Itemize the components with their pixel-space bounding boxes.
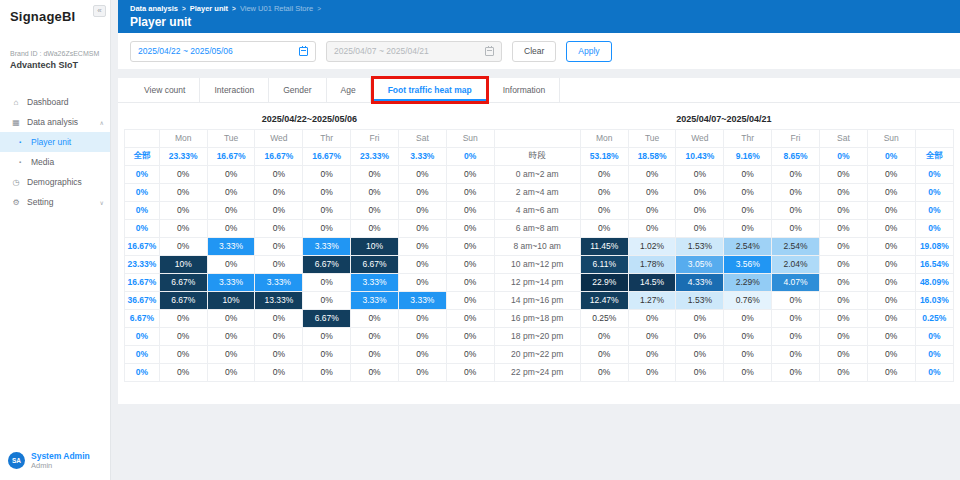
heatmap-cell: 0% [303,183,351,201]
heatmap-cell: 0% [255,219,303,237]
row-total-left: 0% [125,201,160,219]
tab-interaction[interactable]: Interaction [200,78,269,102]
heatmap-table-wrap: 2025/04/22~2025/05/062025/04/07~2025/04/… [118,103,960,382]
sidebar-item-demographics[interactable]: ◷Demographics [0,172,110,192]
breadcrumb-item-data-analysis[interactable]: Data analysis [130,4,178,13]
heatmap-cell: 0% [580,201,628,219]
calendar-icon [485,47,494,56]
time-slot-label: 22 pm~24 pm [494,363,580,381]
sidebar-item-setting[interactable]: ⚙Setting∨ [0,192,110,212]
sidebar-item-label: Demographics [27,177,82,187]
day-total-left: 0% [446,147,494,165]
home-icon: ⌂ [10,98,22,107]
chevron-down-icon: ∨ [100,199,104,206]
heatmap-cell: 0% [867,327,915,345]
heatmap-cell: 0% [676,201,724,219]
row-total-right: 0% [915,327,953,345]
heatmap-cell: 0% [303,345,351,363]
heatmap-cell: 0% [398,201,446,219]
apply-button[interactable]: Apply [566,41,611,62]
clear-button[interactable]: Clear [512,41,556,62]
heatmap-cell: 3.33% [207,273,255,291]
row-total-right: 0% [915,201,953,219]
heatmap-cell: 0% [303,201,351,219]
heatmap-cell: 0% [819,219,867,237]
heatmap-cell: 0% [867,219,915,237]
heatmap-cell: 22.9% [580,273,628,291]
heatmap-cell: 0% [446,309,494,327]
heatmap-cell: 0% [159,165,207,183]
heatmap-cell: 0% [724,201,772,219]
heatmap-cell: 0.25% [580,309,628,327]
heatmap-cell: 0% [255,165,303,183]
heatmap-cell: 0% [724,309,772,327]
date-range-2-value: 2025/04/07 ~ 2025/04/21 [334,46,429,56]
heatmap-cell: 0% [398,255,446,273]
heatmap-cell: 0% [446,237,494,255]
heatmap-cell: 0% [446,201,494,219]
heatmap-cell: 0% [159,201,207,219]
heatmap-cell: 0% [867,363,915,381]
day-header-left-mon: Mon [159,129,207,147]
day-total-right: 0% [867,147,915,165]
day-header-left-thr: Thr [303,129,351,147]
heatmap-cell: 0% [867,237,915,255]
bullet-icon: ▪ [14,139,26,145]
time-slot-label: 10 am~12 pm [494,255,580,273]
heatmap-cell: 1.78% [628,255,676,273]
heatmap-cell: 6.67% [159,291,207,309]
heatmap-cell: 0% [580,363,628,381]
heatmap-cell: 0% [351,363,399,381]
heatmap-cell: 0% [207,201,255,219]
user-profile[interactable]: SA System Admin Admin [0,451,110,470]
day-header-right-fri: Fri [772,129,820,147]
heatmap-cell: 0% [255,327,303,345]
tab-gender[interactable]: Gender [269,78,326,102]
row-total-left: 0% [125,219,160,237]
heatmap-cell: 0% [159,363,207,381]
day-total-left: 16.67% [207,147,255,165]
heatmap-cell: 0% [351,201,399,219]
tab-age[interactable]: Age [327,78,371,102]
heatmap-cell: 0% [580,219,628,237]
heatmap-cell: 0% [819,327,867,345]
heatmap-cell: 0% [446,165,494,183]
tab-view-count[interactable]: View count [130,78,200,102]
heatmap-cell: 0% [772,363,820,381]
heatmap-cell: 1.27% [628,291,676,309]
sidebar-item-dashboard[interactable]: ⌂Dashboard [0,92,110,112]
table-row: 0%0%0%0%0%0%0%0%4 am~6 am0%0%0%0%0%0%0%0… [125,201,954,219]
heatmap-cell: 6.67% [351,255,399,273]
heatmap-cell: 3.33% [207,237,255,255]
sidebar-item-player-unit[interactable]: ▪Player unit [0,132,110,152]
heatmap-cell: 0% [724,183,772,201]
heatmap-cell: 0% [628,219,676,237]
heatmap-cell: 0% [772,183,820,201]
table-row: 0%0%0%0%0%0%0%0%6 am~8 am0%0%0%0%0%0%0%0… [125,219,954,237]
date-range-input-1[interactable]: 2025/04/22 ~ 2025/05/06 [130,41,316,62]
sidebar-item-media[interactable]: ▪Media [0,152,110,172]
heatmap-cell: 0% [207,219,255,237]
chevron-up-icon: ∧ [100,119,104,126]
heatmap-cell: 13.33% [255,291,303,309]
chart-icon: ▦ [10,118,22,127]
sidebar-collapse-button[interactable]: « [93,5,106,17]
heatmap-cell: 0% [628,309,676,327]
heatmap-cell: 3.33% [351,273,399,291]
date-range-input-2[interactable]: 2025/04/07 ~ 2025/04/21 [326,41,502,62]
breadcrumb-item-player-unit[interactable]: Player unit [190,4,228,13]
heatmap-cell: 0% [867,273,915,291]
sidebar-item-data-analysis[interactable]: ▦Data analysis∧ [0,112,110,132]
row-total-right: 0% [915,363,953,381]
day-total-left: 16.67% [255,147,303,165]
heatmap-cell: 0% [446,273,494,291]
tab-foot-traffic-heat-map[interactable]: Foot traffic heat map [374,79,486,101]
heatmap-cell: 0% [159,183,207,201]
content-card: View countInteractionGenderAgeFoot traff… [118,78,960,404]
all-label-right: 全部 [915,147,953,165]
tab-information[interactable]: Information [489,78,561,102]
day-header-right-wed: Wed [676,129,724,147]
heatmap-cell: 1.02% [628,237,676,255]
heatmap-cell: 10% [159,255,207,273]
heatmap-cell: 0% [303,363,351,381]
